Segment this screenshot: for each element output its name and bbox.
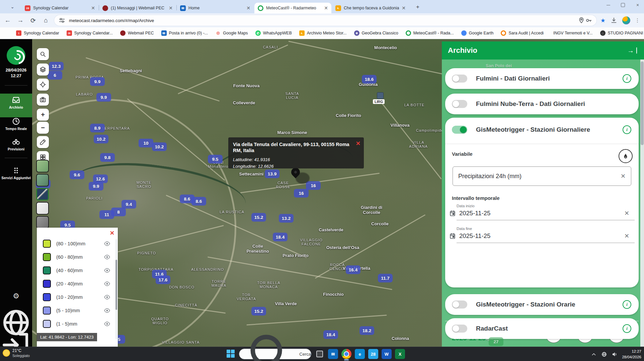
station-value-marker[interactable]: 18.2 <box>359 326 374 335</box>
station-value-marker[interactable]: 9.6 <box>70 170 84 179</box>
tab-close-icon[interactable]: ✕ <box>91 5 95 11</box>
clear-data-fine-icon[interactable]: ✕ <box>624 232 629 240</box>
taskbar-search[interactable]: Cerca <box>239 349 311 359</box>
variabile-select[interactable]: Precipitazioni 24h (mm) ✕ <box>453 166 631 186</box>
tray-chevron-up-icon[interactable] <box>591 351 597 357</box>
back-icon[interactable]: ← <box>3 15 13 25</box>
base-layer-thumbnail-2[interactable] <box>36 174 49 187</box>
minimize-button[interactable] <box>605 2 611 8</box>
browser-tab-3[interactable]: ✉Home✕ <box>177 3 254 13</box>
eye-visibility-icon[interactable] <box>104 294 110 300</box>
bookmark-item-4[interactable]: ✉Posta in arrivo (0) -... <box>161 30 208 36</box>
station-value-marker[interactable]: 18.4 <box>323 330 338 339</box>
popup-close-icon[interactable]: ✕ <box>356 140 360 147</box>
info-icon[interactable]: i <box>623 300 631 309</box>
bookmark-item-7[interactable]: iLArchivio Meteo Stor... <box>299 30 347 36</box>
gismeteotrigger-toggle[interactable] <box>452 126 467 134</box>
bookmark-item-6[interactable]: ✆WhatsAppWEB <box>255 30 292 36</box>
browser-tab-2[interactable]: (1) Messaggi | Webmail PEC✕ <box>99 3 176 13</box>
home-icon[interactable]: ⌂ <box>41 15 51 25</box>
station-value-marker[interactable]: 10.2 <box>94 135 108 143</box>
station-value-marker[interactable]: 10 <box>139 139 153 147</box>
eye-visibility-icon[interactable] <box>104 321 110 327</box>
station-value-marker[interactable]: 11.7 <box>378 274 393 282</box>
bookmark-item-10[interactable]: Google Earth <box>461 30 494 36</box>
base-layer-thumbnail-5[interactable] <box>36 216 49 229</box>
panel-scrollbar-thumb[interactable] <box>641 62 644 145</box>
layers-icon[interactable] <box>37 64 49 76</box>
station-value-marker[interactable]: 9.8 <box>100 153 115 162</box>
layer-toggle[interactable] <box>452 75 467 83</box>
start-button[interactable] <box>226 349 236 359</box>
calendar-icon[interactable] <box>449 233 456 239</box>
eye-visibility-icon[interactable] <box>104 240 110 247</box>
layer-toggle[interactable] <box>452 325 467 333</box>
bookmark-item-2[interactable]: 28Synology Calendar... <box>67 30 113 36</box>
station-value-marker[interactable]: 12.3 <box>49 62 64 71</box>
sidebar-item-previsioni[interactable]: Previsioni <box>0 135 32 158</box>
sidebar-item-archivio[interactable]: Archivio <box>0 94 32 117</box>
base-layer-thumbnail-1[interactable] <box>36 160 49 172</box>
station-value-marker[interactable]: 6 <box>48 71 62 80</box>
menu-kebab-icon[interactable]: ⋮ <box>635 17 640 23</box>
info-icon[interactable]: i <box>623 125 631 134</box>
taskbar-app-excel[interactable]: X <box>395 349 405 359</box>
station-value-marker[interactable]: 8.6 <box>191 197 206 206</box>
volume-icon[interactable] <box>612 351 618 357</box>
new-tab-button[interactable]: + <box>414 3 422 11</box>
taskbar-app-word[interactable]: W <box>382 349 392 359</box>
station-value-marker[interactable]: 17.6 <box>156 275 170 284</box>
download-icon[interactable] <box>610 17 618 24</box>
station-value-marker[interactable]: 15.2 <box>251 307 266 316</box>
browser-tab-4[interactable]: MeteoCast® - Radarmeteo✕ <box>254 3 331 13</box>
forward-icon[interactable]: → <box>15 15 25 25</box>
screenshot-camera-icon[interactable] <box>37 94 49 106</box>
taskbar-clock[interactable]: 12:27 28/04/2026 <box>622 349 641 359</box>
bookmark-item-9[interactable]: MeteoCast® - Rada... <box>406 30 454 36</box>
taskbar-app-calendar[interactable]: 28 <box>368 349 378 359</box>
bookmark-item-12[interactable]: INGV Terremoti e V... <box>551 31 592 35</box>
tab-close-icon[interactable]: ✕ <box>402 5 406 11</box>
eye-visibility-icon[interactable] <box>104 254 110 260</box>
maximize-button[interactable] <box>620 2 626 8</box>
tab-close-icon[interactable]: ✕ <box>246 5 250 11</box>
profile-avatar[interactable] <box>622 16 630 24</box>
bookmark-item-3[interactable]: Webmail PEC <box>120 30 154 36</box>
station-value-marker[interactable]: 9.9 <box>96 93 111 102</box>
tab-close-icon[interactable]: ✕ <box>169 5 173 11</box>
station-value-marker[interactable]: 12.6 <box>93 174 108 183</box>
eye-visibility-icon[interactable] <box>104 307 110 314</box>
layer-toggle[interactable] <box>452 300 467 309</box>
station-value-marker[interactable]: 18.6 <box>362 75 377 84</box>
search-map-icon[interactable] <box>37 48 49 60</box>
zoom-out-button[interactable]: − <box>37 122 49 134</box>
sidebar-item-servizi-aggiuntivi[interactable]: Servizi Aggiuntivi <box>0 164 32 187</box>
base-layer-thumbnail-3[interactable] <box>36 188 49 201</box>
station-value-marker[interactable]: 16.4 <box>346 265 360 274</box>
station-value-marker[interactable]: 16 <box>306 181 321 190</box>
info-icon[interactable]: i <box>623 74 631 83</box>
location-icon[interactable] <box>578 17 585 24</box>
legend-scrollbar-thumb[interactable] <box>115 260 117 310</box>
password-key-icon[interactable] <box>585 17 592 24</box>
station-value-marker[interactable]: 8.9 <box>90 124 105 132</box>
zoom-in-button[interactable]: + <box>37 109 49 121</box>
clear-variabile-icon[interactable]: ✕ <box>621 172 626 180</box>
station-value-marker[interactable]: 9.9 <box>90 77 105 86</box>
station-value-marker[interactable]: 15.2 <box>251 213 266 222</box>
taskbar-app-chrome[interactable] <box>341 349 351 359</box>
collapse-panel-icon[interactable]: → <box>627 47 635 54</box>
bookmark-item-13[interactable]: ◌STUDIO PAGNANI <box>600 30 643 36</box>
bookmark-item-5[interactable]: ⦿Google Maps <box>215 30 248 36</box>
precipitation-droplet-icon[interactable] <box>619 149 633 163</box>
network-icon[interactable] <box>601 351 607 357</box>
taskbar-app-edge[interactable]: e <box>355 349 365 359</box>
browser-tab-5[interactable]: iLChe tempo faceva a Guidonia M✕ <box>332 3 409 13</box>
bookmark-star-icon[interactable]: ★ <box>600 17 606 24</box>
reload-icon[interactable]: ⟳ <box>28 15 38 25</box>
taskbar-app-outlook[interactable]: ✉ <box>328 349 338 359</box>
bookmark-item-8[interactable]: ✳GeoGebra Classico <box>354 30 398 36</box>
station-value-marker[interactable]: 10.2 <box>152 142 167 151</box>
browser-tab-1[interactable]: 28Synology Calendar✕ <box>21 3 98 13</box>
taskbar-weather-widget[interactable]: 21°C Soleggiato <box>3 348 30 358</box>
